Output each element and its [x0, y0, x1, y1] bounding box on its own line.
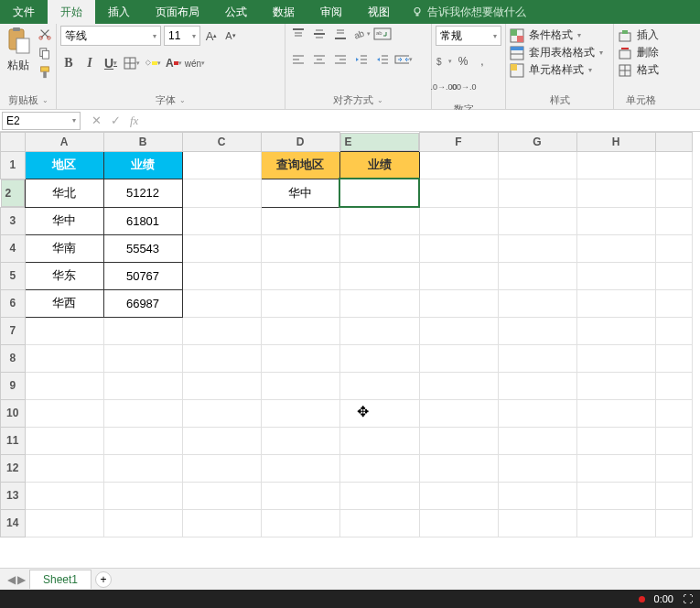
cell-B9[interactable] — [103, 372, 182, 399]
cell-G7[interactable] — [498, 317, 576, 344]
col-header-C[interactable]: C — [182, 133, 261, 152]
cell-G4[interactable] — [498, 234, 576, 262]
delete-cells-button[interactable]: 删除 — [618, 45, 659, 60]
cell-C2[interactable] — [182, 179, 261, 207]
cell-E8[interactable] — [339, 344, 419, 372]
cell-B8[interactable] — [103, 344, 182, 372]
cell-H6[interactable] — [576, 289, 655, 317]
col-header-A[interactable]: A — [25, 133, 103, 152]
menu-data[interactable]: 数据 — [260, 0, 307, 25]
clipboard-launcher-icon[interactable]: ⌄ — [42, 96, 48, 104]
comma-button[interactable]: , — [474, 53, 490, 70]
cell-F6[interactable] — [419, 289, 498, 317]
cell-F11[interactable] — [419, 427, 498, 454]
cell-C10[interactable] — [182, 399, 261, 427]
cell-A1[interactable]: 地区 — [25, 151, 103, 179]
cell-B10[interactable] — [103, 399, 182, 427]
cell-G5[interactable] — [498, 262, 576, 289]
cell-G13[interactable] — [498, 482, 576, 509]
cell-E13[interactable] — [339, 482, 419, 509]
cell-A14[interactable] — [25, 509, 103, 537]
cell-F14[interactable] — [419, 509, 498, 537]
cell-G1[interactable] — [498, 151, 576, 179]
cell-C14[interactable] — [182, 509, 261, 537]
col-header-F[interactable]: F — [419, 133, 498, 152]
paste-icon[interactable] — [4, 26, 33, 55]
increase-indent-button[interactable] — [373, 51, 392, 68]
cell-C8[interactable] — [182, 344, 261, 372]
format-as-table-button[interactable]: 套用表格格式▾ — [510, 45, 603, 60]
menu-review[interactable]: 审阅 — [307, 0, 355, 25]
cut-button[interactable] — [37, 26, 53, 42]
cell-C3[interactable] — [182, 207, 261, 234]
cell-E2[interactable] — [339, 179, 419, 207]
cell-G2[interactable] — [498, 179, 576, 207]
cell-E12[interactable] — [339, 454, 419, 482]
cell-F9[interactable] — [419, 372, 498, 399]
cell-D2[interactable]: 华中 — [261, 179, 339, 207]
cell-D14[interactable] — [261, 509, 339, 537]
underline-button[interactable]: U▾ — [102, 55, 119, 71]
cell-D3[interactable] — [261, 207, 339, 234]
cell-D4[interactable] — [261, 234, 339, 262]
format-cells-button[interactable]: 格式 — [618, 62, 659, 78]
cell-H3[interactable] — [576, 207, 655, 234]
cell-G3[interactable] — [498, 207, 576, 234]
tell-me[interactable]: 告诉我你想要做什么 — [403, 0, 535, 25]
row-header-9[interactable]: 9 — [1, 372, 26, 399]
wrap-text-button[interactable]: ab — [373, 26, 392, 42]
col-header-D[interactable]: D — [261, 133, 339, 152]
row-header-14[interactable]: 14 — [1, 509, 26, 537]
cell-E7[interactable] — [339, 317, 419, 344]
cell-C9[interactable] — [182, 372, 261, 399]
cell-A4[interactable]: 华南 — [25, 234, 103, 262]
cell-A7[interactable] — [25, 317, 103, 344]
number-format-select[interactable]: 常规▾ — [436, 26, 501, 46]
cell-E4[interactable] — [339, 234, 419, 262]
merge-center-button[interactable]: ▾ — [394, 51, 413, 68]
cell-F5[interactable] — [419, 262, 498, 289]
cell-F12[interactable] — [419, 454, 498, 482]
row-header-6[interactable]: 6 — [1, 289, 26, 317]
cell-B11[interactable] — [103, 427, 182, 454]
cell-D5[interactable] — [261, 262, 339, 289]
cell-E9[interactable] — [339, 372, 419, 399]
cell-C5[interactable] — [182, 262, 261, 289]
row-header-3[interactable]: 3 — [1, 207, 26, 234]
fill-color-button[interactable]: ▾ — [145, 55, 161, 71]
row-header-11[interactable]: 11 — [1, 427, 26, 454]
cell-H7[interactable] — [576, 317, 655, 344]
cell-C6[interactable] — [182, 289, 261, 317]
cell-D8[interactable] — [261, 344, 339, 372]
cell-B14[interactable] — [103, 509, 182, 537]
row-header-12[interactable]: 12 — [1, 454, 26, 482]
cell-H9[interactable] — [576, 372, 655, 399]
phonetic-button[interactable]: wén▾ — [187, 55, 203, 71]
format-painter-button[interactable] — [37, 64, 53, 81]
menu-file[interactable]: 文件 — [0, 0, 48, 25]
decrease-indent-button[interactable] — [352, 51, 371, 68]
cell-D13[interactable] — [261, 482, 339, 509]
cell-E3[interactable] — [339, 207, 419, 234]
cell-H14[interactable] — [576, 509, 655, 537]
cell-B13[interactable] — [103, 482, 182, 509]
cell-A6[interactable]: 华西 — [25, 289, 103, 317]
menu-insert[interactable]: 插入 — [95, 0, 143, 25]
menu-pagelayout[interactable]: 页面布局 — [143, 0, 212, 25]
decrease-decimal-button[interactable]: .00→.0 — [455, 79, 471, 95]
font-launcher-icon[interactable]: ⌄ — [179, 96, 186, 104]
cell-H11[interactable] — [576, 427, 655, 454]
cell-H1[interactable] — [576, 151, 655, 179]
cell-G6[interactable] — [498, 289, 576, 317]
row-header-2[interactable]: 2 — [1, 179, 25, 207]
cell-A10[interactable] — [25, 399, 103, 427]
conditional-format-button[interactable]: 条件格式▾ — [510, 27, 603, 43]
cell-E11[interactable] — [339, 427, 419, 454]
cell-D1[interactable]: 查询地区 — [261, 151, 339, 179]
align-left-button[interactable] — [289, 51, 307, 68]
align-center-button[interactable] — [310, 51, 328, 68]
cell-B4[interactable]: 55543 — [103, 234, 182, 262]
menu-view[interactable]: 视图 — [355, 0, 403, 25]
cell-F4[interactable] — [419, 234, 498, 262]
cell-E14[interactable] — [339, 509, 419, 537]
